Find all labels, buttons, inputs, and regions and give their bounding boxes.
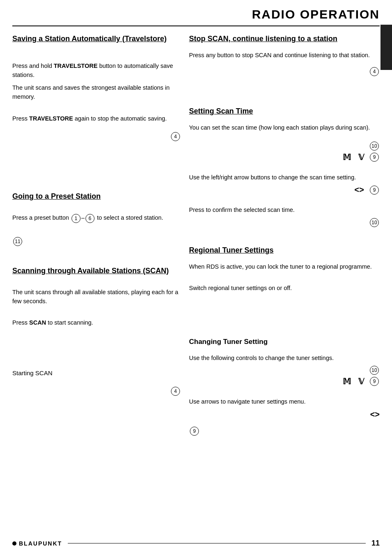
- section-setting-scan-time: Setting Scan Time You can set the scan t…: [189, 107, 380, 227]
- setting-scan-text1: You can set the scan time (how long each…: [189, 123, 380, 132]
- stop-scan-heading: Stop SCAN, continue listening to a stati…: [189, 35, 380, 43]
- regional-tuner-text1: When RDS is active, you can lock the tun…: [189, 262, 380, 271]
- brand-dot: [12, 541, 16, 546]
- saving-station-text1: Press and hold TRAVELSTORE button to aut…: [12, 61, 181, 80]
- changing-tuner-heading: Changing Tuner Setting: [189, 338, 380, 346]
- circle-11: 11: [13, 237, 22, 246]
- symbols-row: 𝕄 𝕍 9: [189, 152, 380, 162]
- left-column: Saving a Station Automatically (Travelst…: [12, 30, 189, 437]
- regional-tuner-text2: Switch regional tuner settings on or off…: [189, 283, 380, 293]
- symbols-tuner-row: 𝕄 𝕍 9: [189, 376, 380, 386]
- lr-symbols-row: <> 9: [189, 185, 380, 195]
- page-footer: BLAUPUNKT 11: [12, 539, 380, 548]
- brand-name: BLAUPUNKT: [19, 540, 62, 547]
- circle-11-row: 11: [12, 237, 181, 246]
- scan-text2: Press SCAN to start scanning.: [12, 318, 181, 327]
- setting-scan-text3: Press to confirm the selected scan time.: [189, 205, 380, 214]
- right-column: Stop SCAN, continue listening to a stati…: [189, 30, 380, 437]
- section-scan: Scanning through Available Stations (SCA…: [12, 267, 181, 327]
- circle-9-scan: 9: [370, 153, 379, 162]
- starting-scan-section: Starting SCAN 4: [12, 368, 181, 396]
- symbol-lr-tuner: <>: [370, 410, 380, 419]
- section-regional-tuner: Regional Tuner Settings When RDS is acti…: [189, 246, 380, 293]
- circle-10b-right: 10: [189, 218, 380, 227]
- regional-tuner-heading: Regional Tuner Settings: [189, 246, 380, 255]
- scan-heading: Scanning through Available Stations (SCA…: [12, 267, 181, 275]
- starting-scan-label: Starting SCAN: [12, 368, 181, 378]
- circle-9-tuner: 9: [370, 377, 379, 386]
- saving-station-text3: Press TRAVELSTORE again to stop the auto…: [12, 114, 181, 123]
- changing-tuner-text2: Use arrows to navigate tuner settings me…: [189, 397, 380, 406]
- circle-9b-tuner: 9: [190, 427, 199, 436]
- circle-9b-tuner-row: 9: [189, 427, 380, 436]
- circle-4-left-row: 4: [12, 387, 181, 396]
- circle-10-tuner: 10: [370, 366, 379, 375]
- circle-9b-scan: 9: [370, 186, 379, 195]
- saving-station-text2: The unit scans and saves the strongest a…: [12, 83, 181, 102]
- scan-text1: The unit scans through all available sta…: [12, 288, 181, 306]
- right-tab: [380, 25, 392, 70]
- setting-scan-time-heading: Setting Scan Time: [189, 107, 380, 116]
- circle-preset2: 6: [85, 214, 95, 223]
- section-changing-tuner: Changing Tuner Setting Use the following…: [189, 338, 380, 436]
- saving-station-heading: Saving a Station Automatically (Travelst…: [12, 35, 181, 43]
- symbol-down-tuner: 𝕍: [358, 376, 364, 386]
- symbol-up: 𝕄: [343, 152, 351, 162]
- circle-10-scan: 10: [370, 142, 379, 151]
- circle-3: 4: [171, 132, 180, 141]
- changing-tuner-text1: Use the following controls to change the…: [189, 353, 380, 362]
- section-stop-scan: Stop SCAN, continue listening to a stati…: [189, 35, 380, 76]
- stop-scan-text: Press any button to stop SCAN and contin…: [189, 51, 380, 60]
- symbol-up-tuner: 𝕄: [343, 376, 351, 386]
- circle-4-right: 4: [189, 67, 380, 76]
- page-title: RADIO OPERATION: [252, 7, 380, 21]
- circle-preset: 1: [71, 214, 81, 223]
- circle-10-row: 10: [189, 142, 380, 151]
- section-saving-station: Saving a Station Automatically (Travelst…: [12, 35, 181, 141]
- preset-station-text1: Press a preset button 1–6 to select a st…: [12, 213, 181, 223]
- circle-3-row: 4: [12, 132, 181, 141]
- main-content: Saving a Station Automatically (Travelst…: [0, 26, 392, 437]
- setting-scan-text2: Use the left/right arrow buttons to chan…: [189, 173, 380, 182]
- footer-line: [68, 543, 366, 544]
- brand-logo: BLAUPUNKT: [12, 540, 62, 547]
- page-header: RADIO OPERATION: [12, 0, 380, 26]
- symbol-down: 𝕍: [358, 152, 364, 162]
- symbol-lr: <>: [354, 185, 364, 195]
- circle-4-left: 4: [171, 387, 180, 396]
- page-number: 11: [371, 539, 380, 548]
- section-preset-station: Going to a Preset Station Press a preset…: [12, 192, 181, 246]
- preset-station-heading: Going to a Preset Station: [12, 192, 181, 201]
- lr-tuner-row: <>: [189, 410, 380, 419]
- circle-10-tuner-row: 10: [189, 366, 380, 375]
